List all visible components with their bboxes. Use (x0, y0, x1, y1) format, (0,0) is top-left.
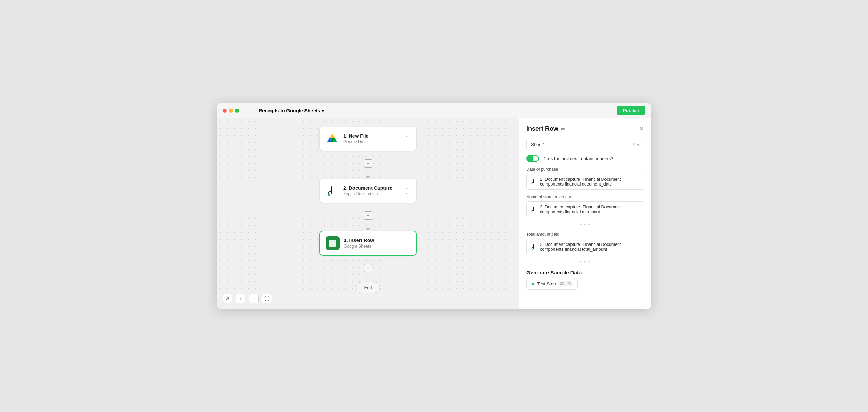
canvas-controls: ↺ + − ⛶ (223, 294, 272, 303)
add-step-button-2[interactable]: + (364, 211, 372, 220)
field-label-vendor: Name of store or vendor (526, 195, 644, 199)
connector-line (368, 220, 368, 228)
sheets-icon (326, 236, 340, 250)
maximize-button[interactable] (235, 109, 239, 113)
end-node: End (356, 282, 380, 293)
field-value-date[interactable]: 2. Document capture: Financial Document … (526, 174, 644, 190)
panel-title: Insert Row ✏ (526, 125, 565, 132)
node1-subtitle: Google Drive (343, 139, 398, 144)
connector-arrow (366, 176, 370, 179)
minimize-button[interactable] (229, 109, 233, 113)
flow-node-3[interactable]: 3. Insert Row Google Sheets ⋮ (319, 231, 417, 256)
add-step-button-3[interactable]: + (364, 264, 372, 272)
app-window: Receipts to Google Sheets ▾ Publish (217, 103, 651, 309)
field-value-date-text: 2. Document capture: Financial Document … (540, 177, 640, 187)
field-value-total[interactable]: 2. Document capture: Financial Document … (526, 239, 644, 255)
node3-text: 3. Insert Row Google Sheets (344, 238, 397, 249)
svg-rect-1 (331, 186, 332, 194)
svg-rect-3 (329, 240, 336, 247)
zoom-in-button[interactable]: + (236, 294, 245, 303)
svg-point-9 (532, 184, 533, 185)
field-label-total: Total amount paid (526, 232, 644, 237)
test-step-button[interactable]: Test Step ⌘ + G (526, 278, 578, 290)
connector-3: + (364, 256, 372, 281)
svg-point-2 (328, 194, 330, 196)
toggle-knob (533, 156, 538, 161)
sheet-clear-icon[interactable]: ✕ (632, 142, 636, 147)
test-step-label: Test Step (537, 281, 556, 286)
node2-menu-icon[interactable]: ⋮ (402, 186, 411, 195)
node1-title: 1. New File (343, 133, 398, 139)
node2-title: 2. Document Capture (343, 185, 398, 191)
toggle-row: Does the first row contain headers? (526, 155, 644, 162)
main-area: 1. New File Google Drive ⋮ + (217, 118, 651, 309)
node3-menu-icon[interactable]: ⋮ (401, 239, 410, 248)
flow-node-1[interactable]: 1. New File Google Drive ⋮ (319, 127, 417, 151)
sheet-selector-value: Sheet1 (531, 142, 545, 147)
connector-2: + (364, 203, 372, 231)
sheet-expand-icon[interactable]: ▾ (637, 142, 640, 147)
refresh-button[interactable]: ↺ (223, 294, 232, 303)
connector-line (368, 203, 368, 211)
node3-subtitle: Google Sheets (344, 244, 397, 249)
headers-toggle[interactable] (526, 155, 539, 162)
connector-line (368, 272, 368, 281)
field-section-total: Total amount paid 2. Document capture: F… (526, 232, 644, 255)
test-dot (532, 283, 534, 285)
traffic-lights (223, 109, 239, 113)
connector-line (368, 168, 368, 176)
field-value-total-text: 2. Document capture: Financial Document … (540, 242, 640, 252)
connector-arrow (366, 228, 370, 231)
generate-section: Generate Sample Data Test Step ⌘ + G (526, 269, 644, 290)
field-value-vendor-text: 2. Document capture: Financial Document … (540, 205, 640, 214)
connector-line (368, 256, 368, 264)
sheet-selector[interactable]: Sheet1 ✕ ▾ (526, 139, 644, 150)
svg-rect-8 (533, 179, 534, 183)
close-button[interactable] (223, 109, 227, 113)
keyboard-shortcut: ⌘ + G (559, 281, 573, 286)
panel-close-button[interactable]: ✕ (639, 126, 644, 132)
node1-text: 1. New File Google Drive (343, 133, 398, 144)
divider-dots: • • • (526, 222, 644, 227)
field-section-vendor: Name of store or vendor 2. Document capt… (526, 195, 644, 217)
field-value-vendor[interactable]: 2. Document capture: Financial Document … (526, 201, 644, 217)
titlebar: Receipts to Google Sheets ▾ Publish (217, 103, 651, 118)
connector-1: + (364, 151, 372, 179)
right-panel: Insert Row ✏ ✕ Sheet1 ✕ ▾ Does the first… (519, 118, 651, 309)
field-label-date: Date of purchase (526, 167, 644, 172)
panel-header: Insert Row ✏ ✕ (526, 125, 644, 132)
add-step-button-1[interactable]: + (364, 159, 372, 168)
sheet-selector-icons: ✕ ▾ (632, 142, 640, 147)
node3-title: 3. Insert Row (344, 238, 397, 243)
connector-line (368, 151, 368, 159)
field-section-date: Date of purchase 2. Document capture: Fi… (526, 167, 644, 190)
app-title: Receipts to Google Sheets ▾ (259, 108, 324, 113)
workflow-canvas: 1. New File Google Drive ⋮ + (217, 118, 519, 309)
svg-rect-10 (533, 207, 534, 211)
klippa-icon (325, 184, 339, 198)
flow-node-2[interactable]: 2. Document Capture Klippa DocHorizon ⋮ (319, 179, 417, 203)
flow-container: 1. New File Google Drive ⋮ + (319, 127, 417, 293)
svg-rect-12 (533, 244, 534, 249)
svg-point-13 (532, 249, 533, 250)
fit-button[interactable]: ⛶ (262, 294, 272, 303)
node2-subtitle: Klippa DocHorizon (343, 191, 398, 196)
toggle-label: Does the first row contain headers? (542, 156, 614, 161)
node1-menu-icon[interactable]: ⋮ (402, 134, 411, 143)
publish-button[interactable]: Publish (617, 106, 645, 115)
divider-dots-2: • • • (526, 260, 644, 265)
drive-icon (325, 132, 339, 146)
svg-point-11 (532, 212, 533, 213)
generate-title: Generate Sample Data (526, 269, 644, 275)
panel-edit-icon[interactable]: ✏ (561, 126, 565, 132)
zoom-out-button[interactable]: − (249, 294, 259, 303)
node2-text: 2. Document Capture Klippa DocHorizon (343, 185, 398, 196)
